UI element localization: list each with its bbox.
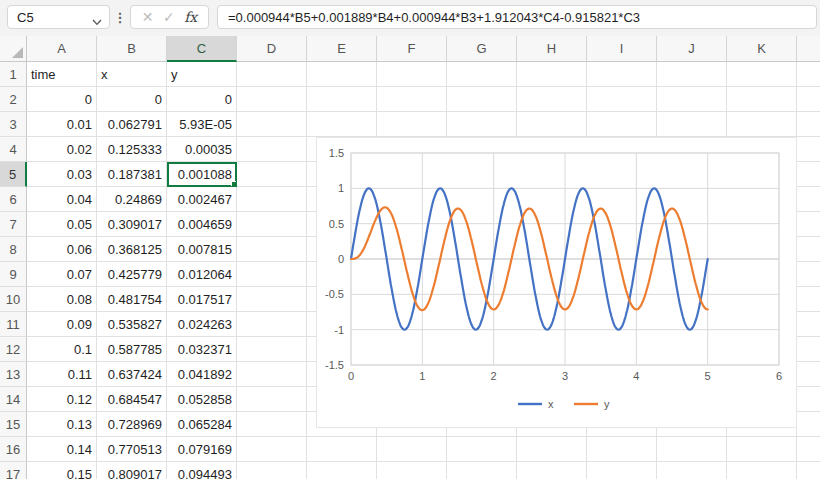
- cell-partial-2[interactable]: [797, 87, 820, 112]
- row-header-16[interactable]: 16: [0, 437, 27, 462]
- cell-c11[interactable]: 0.024263: [167, 312, 237, 337]
- cell-b5[interactable]: 0.187381: [97, 162, 167, 187]
- name-box[interactable]: C5: [7, 5, 110, 29]
- cell-b12[interactable]: 0.587785: [97, 337, 167, 362]
- cell-f2[interactable]: [377, 87, 447, 112]
- insert-function-icon[interactable]: fx: [184, 9, 197, 25]
- cell-d12[interactable]: [237, 337, 307, 362]
- cell-k2[interactable]: [727, 87, 797, 112]
- cell-a6[interactable]: 0.04: [27, 187, 97, 212]
- cell-partial-9[interactable]: [797, 262, 820, 287]
- cell-c13[interactable]: 0.041892: [167, 362, 237, 387]
- cell-d13[interactable]: [237, 362, 307, 387]
- cell-k1[interactable]: [727, 62, 797, 87]
- cell-d9[interactable]: [237, 262, 307, 287]
- confirm-icon[interactable]: ✓: [163, 10, 175, 24]
- cell-partial-5[interactable]: [797, 162, 820, 187]
- cell-b8[interactable]: 0.368125: [97, 237, 167, 262]
- cell-a15[interactable]: 0.13: [27, 412, 97, 437]
- cell-partial-15[interactable]: [797, 412, 820, 437]
- cell-f17[interactable]: [377, 462, 447, 479]
- cell-b13[interactable]: 0.637424: [97, 362, 167, 387]
- cell-d14[interactable]: [237, 387, 307, 412]
- cell-f1[interactable]: [377, 62, 447, 87]
- cell-partial-12[interactable]: [797, 337, 820, 362]
- cell-a11[interactable]: 0.09: [27, 312, 97, 337]
- cell-a3[interactable]: 0.01: [27, 112, 97, 137]
- cell-a2[interactable]: 0: [27, 87, 97, 112]
- cell-c12[interactable]: 0.032371: [167, 337, 237, 362]
- cell-partial-11[interactable]: [797, 312, 820, 337]
- cell-partial-3[interactable]: [797, 112, 820, 137]
- row-header-15[interactable]: 15: [0, 412, 27, 437]
- cell-a14[interactable]: 0.12: [27, 387, 97, 412]
- column-header-a[interactable]: A: [27, 36, 97, 62]
- column-header-g[interactable]: G: [447, 36, 517, 62]
- row-header-9[interactable]: 9: [0, 262, 27, 287]
- row-header-3[interactable]: 3: [0, 112, 27, 137]
- cell-h16[interactable]: [517, 437, 587, 462]
- cell-c10[interactable]: 0.017517: [167, 287, 237, 312]
- cell-d15[interactable]: [237, 412, 307, 437]
- cell-d5[interactable]: [237, 162, 307, 187]
- cell-partial-16[interactable]: [797, 437, 820, 462]
- cell-d17[interactable]: [237, 462, 307, 479]
- column-header-j[interactable]: J: [657, 36, 727, 62]
- cell-i1[interactable]: [587, 62, 657, 87]
- column-header-i[interactable]: I: [587, 36, 657, 62]
- cell-b1[interactable]: x: [97, 62, 167, 87]
- cell-b2[interactable]: 0: [97, 87, 167, 112]
- cell-partial-4[interactable]: [797, 137, 820, 162]
- row-header-11[interactable]: 11: [0, 312, 27, 337]
- cell-partial-8[interactable]: [797, 237, 820, 262]
- cell-d4[interactable]: [237, 137, 307, 162]
- row-header-8[interactable]: 8: [0, 237, 27, 262]
- cell-c14[interactable]: 0.052858: [167, 387, 237, 412]
- cell-c17[interactable]: 0.094493: [167, 462, 237, 479]
- cell-c7[interactable]: 0.004659: [167, 212, 237, 237]
- chevron-down-icon[interactable]: [92, 14, 102, 29]
- cell-h2[interactable]: [517, 87, 587, 112]
- cell-f16[interactable]: [377, 437, 447, 462]
- cell-e3[interactable]: [307, 112, 377, 137]
- cell-a4[interactable]: 0.02: [27, 137, 97, 162]
- formula-input[interactable]: =0.000944*B5+0.001889*B4+0.000944*B3+1.9…: [217, 5, 817, 29]
- cell-g3[interactable]: [447, 112, 517, 137]
- column-header-c[interactable]: C: [167, 36, 237, 62]
- cell-d1[interactable]: [237, 62, 307, 87]
- cell-c6[interactable]: 0.002467: [167, 187, 237, 212]
- cell-i2[interactable]: [587, 87, 657, 112]
- row-header-5[interactable]: 5: [0, 162, 27, 187]
- cell-b11[interactable]: 0.535827: [97, 312, 167, 337]
- cell-a8[interactable]: 0.06: [27, 237, 97, 262]
- cell-d16[interactable]: [237, 437, 307, 462]
- cell-b9[interactable]: 0.425779: [97, 262, 167, 287]
- cell-b4[interactable]: 0.125333: [97, 137, 167, 162]
- cell-b14[interactable]: 0.684547: [97, 387, 167, 412]
- cell-b15[interactable]: 0.728969: [97, 412, 167, 437]
- cell-c15[interactable]: 0.065284: [167, 412, 237, 437]
- cell-k16[interactable]: [727, 437, 797, 462]
- cell-a16[interactable]: 0.14: [27, 437, 97, 462]
- cell-d6[interactable]: [237, 187, 307, 212]
- cell-c9[interactable]: 0.012064: [167, 262, 237, 287]
- cell-h3[interactable]: [517, 112, 587, 137]
- cell-e17[interactable]: [307, 462, 377, 479]
- cell-i3[interactable]: [587, 112, 657, 137]
- cell-g17[interactable]: [447, 462, 517, 479]
- cell-g2[interactable]: [447, 87, 517, 112]
- cell-b7[interactable]: 0.309017: [97, 212, 167, 237]
- cell-partial-6[interactable]: [797, 187, 820, 212]
- cell-j3[interactable]: [657, 112, 727, 137]
- cell-c2[interactable]: 0: [167, 87, 237, 112]
- cell-i17[interactable]: [587, 462, 657, 479]
- cell-c5[interactable]: 0.001088: [167, 162, 237, 187]
- cell-partial-17[interactable]: [797, 462, 820, 479]
- embedded-chart[interactable]: 1.510.50-0.5-1-1.50123456xy: [316, 137, 797, 428]
- cell-d8[interactable]: [237, 237, 307, 262]
- cell-b3[interactable]: 0.062791: [97, 112, 167, 137]
- row-header-13[interactable]: 13: [0, 362, 27, 387]
- cell-e16[interactable]: [307, 437, 377, 462]
- cell-c3[interactable]: 5.93E-05: [167, 112, 237, 137]
- cell-a13[interactable]: 0.11: [27, 362, 97, 387]
